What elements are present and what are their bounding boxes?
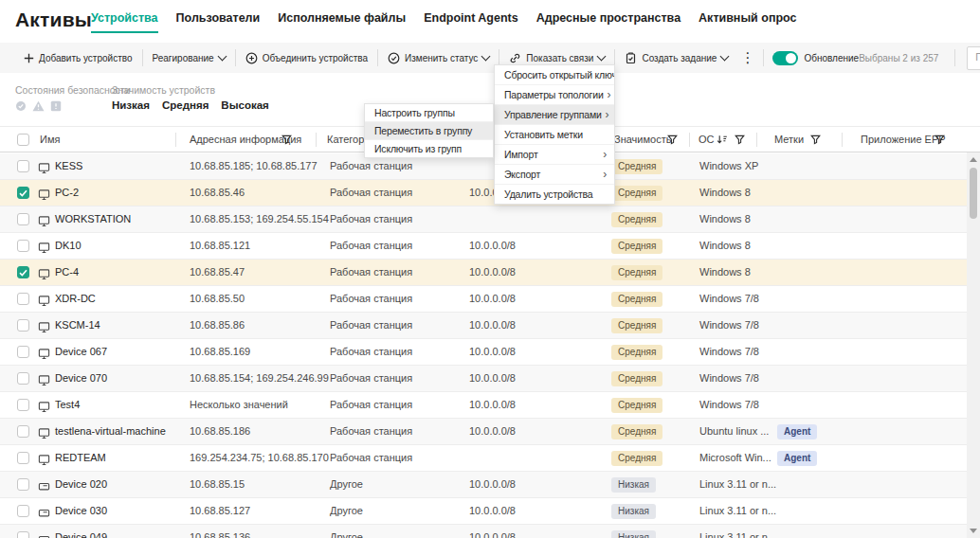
scroll-down-arrow-icon[interactable] (970, 529, 977, 533)
row-checkbox[interactable] (17, 425, 29, 438)
address-info: 10.68.85.50 (190, 286, 245, 312)
refresh-toggle[interactable] (772, 51, 798, 65)
severity-badge: Средняя (611, 239, 662, 254)
row-checkbox[interactable] (17, 372, 29, 385)
row-checkbox[interactable] (17, 293, 29, 305)
device-name: Device 020 (55, 472, 107, 497)
table-row[interactable]: WORKSTATION10.68.85.153; 169.254.55.154Р… (0, 206, 967, 233)
chevron-down-icon (481, 52, 491, 62)
address-space: 10.0.0.0/8 (469, 498, 516, 524)
table-row[interactable]: Device 06710.68.85.169Рабочая станция10.… (0, 339, 967, 366)
category: Рабочая станция (330, 392, 412, 418)
state-ok-circle-icon[interactable] (15, 100, 27, 112)
os-filter-funnel-icon[interactable] (735, 134, 745, 145)
os-sort-descending-icon[interactable] (717, 134, 728, 145)
select-all-checkbox[interactable] (17, 134, 29, 146)
severity-badge: Средняя (611, 398, 662, 413)
menu-item[interactable]: Переместить в группу (365, 122, 493, 140)
column-header-name[interactable]: Имя (40, 127, 60, 152)
chevron-down-icon (217, 52, 227, 62)
row-checkbox[interactable] (17, 266, 29, 278)
table-row[interactable]: testlena-virtual-machine10.68.85.186Рабо… (0, 419, 967, 445)
state-warning-triangle-icon[interactable] (32, 100, 45, 112)
chevron-down-icon (597, 52, 607, 62)
tab-address-spaces[interactable]: Адресные пространства (536, 4, 681, 33)
column-header-epp[interactable]: Приложение EPP (861, 127, 946, 152)
table-row[interactable]: XDR-DC10.68.85.50Рабочая станция10.0.0.0… (0, 286, 967, 313)
menu-item[interactable]: Установить метки (495, 125, 614, 145)
tags-filter-funnel-icon[interactable] (810, 134, 821, 145)
row-checkbox[interactable] (17, 531, 29, 538)
column-header-os[interactable]: ОС (699, 127, 715, 152)
address-info: 169.254.234.75; 10.68.85.170 (190, 445, 329, 471)
menu-item[interactable]: Настроить группы (365, 104, 493, 122)
scrollbar-thumb[interactable] (970, 168, 977, 219)
menu-item[interactable]: Исключить из групп (365, 140, 493, 157)
menu-item[interactable]: Сбросить открытый ключ (495, 65, 614, 85)
row-checkbox[interactable] (17, 478, 29, 491)
row-checkbox[interactable] (17, 346, 29, 358)
scroll-up-arrow-icon[interactable] (970, 157, 977, 162)
row-checkbox[interactable] (17, 213, 29, 225)
table-row[interactable]: Device 02010.68.85.15Другое10.0.0.0/8Низ… (0, 472, 967, 498)
device-name: XDR-DC (55, 286, 96, 312)
column-header-tags[interactable]: Метки (774, 127, 804, 152)
row-checkbox[interactable] (17, 319, 29, 332)
table-body: KESS10.68.85.185; 10.68.85.177Рабочая ст… (0, 153, 967, 538)
table-row[interactable]: Device 03010.68.85.127Другое10.0.0.0/8Ни… (0, 498, 967, 525)
change-status-button[interactable]: Изменить статус (381, 43, 496, 73)
table-row[interactable]: PC-210.68.85.46Рабочая станция10.0.0.0/8… (0, 180, 967, 206)
tab-executable-files[interactable]: Исполняемые файлы (278, 4, 406, 33)
menu-item-label: Параметры топологии (504, 89, 604, 100)
menu-item[interactable]: Управление группами› (495, 105, 614, 125)
table-row[interactable]: Device 07010.68.85.154; 169.254.246.99Ра… (0, 366, 967, 392)
toolbar-divider (954, 49, 955, 66)
search-input[interactable] (968, 47, 980, 67)
table-row[interactable]: PC-410.68.85.47Рабочая станция10.0.0.0/8… (0, 260, 967, 286)
add-device-button[interactable]: Добавить устройство (17, 43, 139, 73)
table-row[interactable]: KSCM-1410.68.85.86Рабочая станция10.0.0.… (0, 313, 967, 339)
vertical-scrollbar[interactable] (967, 152, 980, 538)
more-actions-button[interactable]: ⋮ (735, 43, 760, 73)
table-row[interactable]: Test4Несколько значенийРабочая станция10… (0, 392, 967, 419)
tab-devices[interactable]: Устройства (91, 4, 158, 33)
os-value: Windows 7/8 (699, 366, 759, 391)
menu-item[interactable]: Параметры топологии› (495, 85, 614, 105)
row-checkbox[interactable] (17, 505, 29, 517)
table-row[interactable]: DK1010.68.85.121Рабочая станция10.0.0.0/… (0, 233, 967, 260)
state-critical-square-icon[interactable] (50, 100, 62, 112)
table-row[interactable]: Device 04910.68.85.136Другое10.0.0.0/8Ни… (0, 525, 967, 538)
address-info: 10.68.85.86 (190, 313, 245, 338)
tab-active-polling[interactable]: Активный опрос (699, 4, 796, 33)
row-checkbox[interactable] (17, 399, 29, 411)
address-info: 10.68.85.153; 169.254.55.154 (190, 206, 329, 232)
row-checkbox[interactable] (17, 160, 29, 172)
severity-filter-option[interactable]: Низкая (112, 99, 150, 111)
task-clipboard-icon (625, 52, 637, 64)
table-row[interactable]: REDTEAM169.254.234.75; 10.68.85.170Рабоч… (0, 445, 967, 472)
tab-users[interactable]: Пользователи (176, 4, 261, 33)
menu-item[interactable]: Экспорт› (495, 165, 614, 185)
category: Рабочая станция (330, 206, 412, 232)
epp-filter-funnel-icon[interactable] (935, 134, 945, 145)
row-checkbox[interactable] (17, 452, 29, 464)
row-checkbox[interactable] (17, 187, 29, 199)
workstation-icon (38, 161, 50, 178)
row-checkbox[interactable] (17, 240, 29, 252)
address-info: 10.68.85.154; 169.254.246.99 (190, 366, 329, 391)
add-device-label: Добавить устройство (39, 53, 133, 63)
address-filter-funnel-icon[interactable] (281, 134, 292, 145)
create-task-button[interactable]: Создать задание (618, 43, 735, 73)
severity-filter-option[interactable]: Средняя (162, 99, 209, 111)
column-header-severity[interactable]: Значимость (614, 127, 671, 152)
tab-endpoint-agents[interactable]: Endpoint Agents (424, 4, 518, 33)
menu-item[interactable]: Импорт› (495, 145, 614, 165)
menu-item[interactable]: Удалить устройства (495, 185, 614, 204)
address-space: 10.0.0.0/8 (469, 339, 516, 365)
device-other-icon (38, 506, 50, 523)
toolbar-divider (763, 49, 764, 66)
severity-filter-funnel-icon[interactable] (667, 134, 678, 145)
merge-devices-button[interactable]: Объединить устройства (239, 43, 374, 73)
response-button[interactable]: Реагирование (146, 43, 232, 73)
severity-filter-option[interactable]: Высокая (221, 99, 268, 111)
